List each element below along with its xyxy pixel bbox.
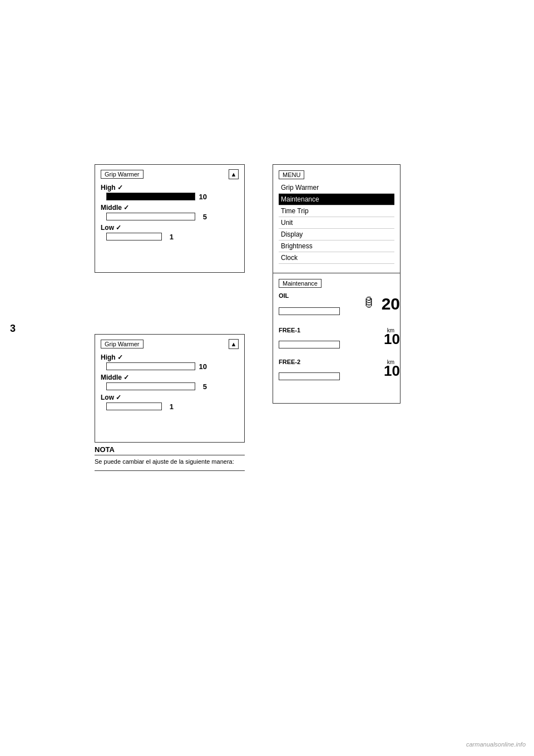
maint-label-free1: FREE-1 (279, 327, 300, 333)
oil-icon: 🛢 (363, 296, 375, 310)
maint-bar-outer-free2 (279, 372, 340, 380)
gw-label-low-1: Low ✓ (101, 224, 239, 232)
maint-value-free2: 10 (384, 364, 400, 378)
gw-row-middle-1: Middle ✓ 5 (101, 204, 239, 220)
menu-item-time-trip[interactable]: Time Trip (279, 205, 394, 217)
maint-label-free2: FREE-2 (279, 359, 300, 365)
gw-value-low-1: 1 (170, 233, 174, 241)
menu-item-unit[interactable]: Unit (279, 217, 394, 229)
alert-icon-1: ▲ (229, 169, 239, 179)
nota-text-content: Se puede cambiar el ajuste de la siguien… (95, 458, 234, 465)
maint-bar-free1: 10 (279, 335, 394, 354)
maint-label-oil: OIL (279, 292, 394, 299)
grip-warmer-panel-2: Grip Warmer ▲ High ✓ 10 Middle ✓ 5 (95, 334, 245, 443)
gw-bar-low-2: 1 (101, 402, 239, 410)
gw-row-high-1: High ✓ 10 (101, 184, 239, 200)
gw-value-low-2: 1 (170, 402, 174, 411)
maint-row-free2: FREE-2 km 10 (279, 359, 394, 386)
maint-bar-free2: 10 (279, 366, 394, 386)
nota-title: NOTA (95, 445, 245, 455)
gw-bar-outer-low-2: 1 (106, 402, 162, 410)
maint-row-oil: OIL 🛢 20 (279, 292, 394, 322)
gw-label-high-2: High ✓ (101, 354, 239, 361)
menu-panel: MENU Grip Warmer Maintenance Time Trip U… (273, 164, 400, 287)
gw-bar-low-1: 1 (101, 233, 239, 240)
gw-bar-outer-middle-2: 5 (106, 382, 195, 390)
nota-section: NOTA Se puede cambiar el ajuste de la si… (95, 445, 245, 471)
gw-value-high-1: 10 (199, 193, 207, 201)
menu-title-row: MENU (279, 169, 394, 179)
gw-value-middle-1: 5 (203, 213, 207, 221)
gw-bar-outer-low-1: 1 (106, 233, 162, 240)
gw-bar-outer-high-1: 10 (106, 193, 195, 200)
grip-warmer-2-title: Grip Warmer (101, 340, 144, 348)
gw-row-high-2: High ✓ 10 (101, 354, 239, 370)
gw-bar-empty-low-2 (107, 403, 161, 410)
gw-value-middle-2: 5 (203, 382, 207, 391)
gw-bar-high-1: 10 (101, 193, 239, 200)
maint-value-free1: 10 (384, 332, 400, 346)
menu-item-clock[interactable]: Clock (279, 252, 394, 264)
menu-item-display[interactable]: Display (279, 229, 394, 240)
gw-bar-empty-low-1 (107, 233, 161, 240)
nota-text: Se puede cambiar el ajuste de la siguien… (95, 458, 245, 466)
alert-icon-2: ▲ (229, 339, 239, 349)
maint-row-free1: FREE-1 km 10 (279, 327, 394, 354)
watermark: carmanualsonline.info (466, 741, 526, 748)
nota-line (95, 469, 245, 471)
gw-value-high-2: 10 (199, 362, 207, 371)
gw-row-low-2: Low ✓ 1 (101, 394, 239, 410)
sidebar-number: 3 (10, 323, 16, 335)
gw-row-middle-2: Middle ✓ 5 (101, 374, 239, 390)
gw-label-low-2: Low ✓ (101, 394, 239, 401)
gw-bar-empty-high-2 (107, 363, 195, 370)
gw-label-middle-1: Middle ✓ (101, 204, 239, 212)
menu-item-grip-warmer[interactable]: Grip Warmer (279, 182, 394, 194)
menu-item-maintenance[interactable]: Maintenance (279, 194, 394, 205)
gw-bar-middle-1: 5 (101, 213, 239, 220)
grip-warmer-1-title: Grip Warmer (101, 170, 144, 179)
gw-row-low-1: Low ✓ 1 (101, 224, 239, 240)
maint-value-oil: 20 (382, 296, 400, 312)
menu-title: MENU (279, 170, 304, 179)
gw-label-middle-2: Middle ✓ (101, 374, 239, 381)
gw-bar-middle-2: 5 (101, 382, 239, 390)
gw-bar-outer-high-2: 10 (106, 362, 195, 370)
maint-bar-outer-oil (279, 307, 340, 315)
maintenance-title: Maintenance (279, 279, 322, 288)
gw-label-high-1: High ✓ (101, 184, 239, 192)
menu-item-brightness[interactable]: Brightness (279, 240, 394, 252)
panel-header-2: Grip Warmer ▲ (101, 339, 239, 349)
maint-bar-oil: 🛢 20 (279, 300, 394, 322)
gw-bar-fill-high-1 (107, 193, 195, 200)
panel-header-1: Grip Warmer ▲ (101, 169, 239, 179)
gw-bar-high-2: 10 (101, 362, 239, 370)
gw-bar-empty-middle-1 (107, 213, 195, 220)
grip-warmer-panel-1: Grip Warmer ▲ High ✓ 10 Middle ✓ 5 (95, 164, 245, 273)
page: 3 Grip Warmer ▲ High ✓ 10 Middle ✓ 5 (0, 0, 534, 756)
gw-bar-empty-middle-2 (107, 383, 195, 390)
gw-bar-outer-middle-1: 5 (106, 213, 195, 220)
maintenance-panel: Maintenance OIL 🛢 20 FREE-1 km 10 (273, 273, 400, 404)
maint-bar-outer-free1 (279, 341, 340, 348)
